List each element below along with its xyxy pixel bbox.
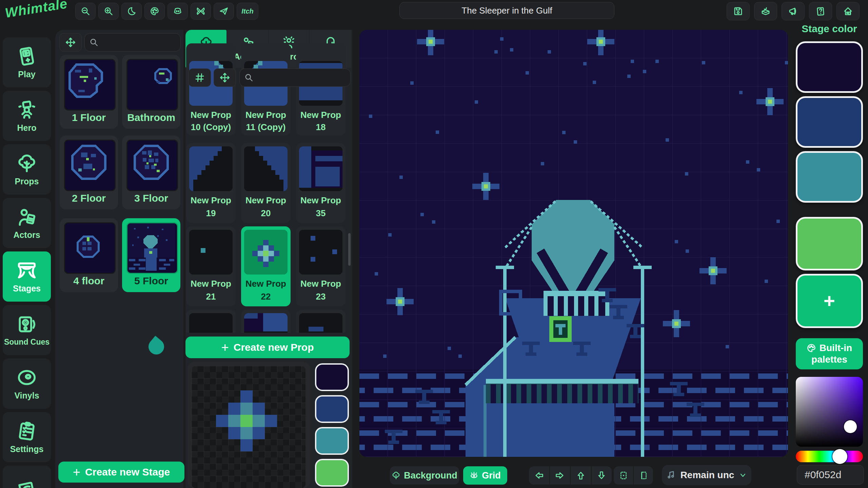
stage-card-1-floor[interactable]: 1 Floor — [60, 55, 118, 129]
props-move-tool-button[interactable] — [214, 68, 236, 87]
prop-name-line1: New Prop — [186, 110, 236, 120]
prop-card-11-copy[interactable]: New Prop 11 (Copy) — [241, 43, 291, 136]
save-button[interactable] — [727, 2, 750, 20]
itch-button[interactable]: Itch — [237, 3, 258, 20]
move-icon — [220, 73, 230, 83]
sidebar-item-whimsy-book[interactable] — [3, 466, 51, 488]
sidebar-item-stages[interactable]: Stages — [3, 251, 51, 302]
share-button[interactable] — [214, 3, 234, 20]
prop-card-35[interactable]: New Prop 35 — [296, 143, 346, 223]
sidebar-item-actors[interactable]: Actors — [3, 198, 51, 248]
stage-thumbnail — [64, 222, 116, 274]
editor-palette-swatch-1[interactable] — [315, 363, 349, 391]
arrow-right-icon — [555, 471, 565, 480]
prop-card-20[interactable]: New Prop 20 — [241, 143, 291, 223]
nudge-left-button[interactable] — [529, 466, 550, 485]
import-button[interactable] — [754, 2, 777, 20]
stage-name: 4 floor — [60, 275, 118, 287]
app-logo[interactable]: Whimtale — [4, 0, 69, 21]
prop-card-19[interactable]: New Prop 19 — [186, 143, 236, 223]
prop-card-23[interactable]: New Prop 23 — [296, 226, 346, 306]
selection-paste-icon — [639, 471, 648, 480]
prop-card-22-selected[interactable]: New Prop 22 — [241, 226, 291, 306]
zoom-in-button[interactable] — [98, 3, 119, 20]
sidebar-item-play[interactable]: Play — [3, 37, 51, 87]
hue-slider[interactable] — [796, 451, 863, 462]
prop-name-line2: 21 — [186, 291, 236, 302]
selection-paste-button[interactable] — [634, 466, 653, 485]
sidebar-item-sound-cues[interactable]: Sound Cues — [3, 305, 51, 355]
palette-button[interactable] — [144, 3, 165, 20]
background-toggle-button[interactable]: Background — [390, 466, 459, 485]
sidebar-item-settings[interactable]: Settings — [3, 412, 51, 462]
stage-card-bathroom[interactable]: Bathroom — [122, 55, 180, 129]
color-picker-cursor[interactable] — [844, 420, 857, 433]
stages-move-tool-button[interactable] — [59, 33, 82, 52]
props-search-input[interactable] — [257, 73, 339, 83]
project-title-input[interactable] — [399, 2, 614, 19]
stage-color-swatch-3[interactable] — [796, 151, 863, 203]
box-arrow-icon — [761, 6, 771, 16]
stage-card-2-floor[interactable]: 2 Floor — [60, 136, 118, 209]
sidebar-item-props[interactable]: Props — [3, 144, 51, 195]
music-select[interactable]: Remain unc — [662, 465, 751, 485]
props-search-box[interactable] — [239, 68, 351, 87]
prop-card-row4-b[interactable] — [241, 310, 291, 333]
selection-button[interactable] — [614, 466, 634, 485]
announcements-button[interactable] — [782, 2, 805, 20]
grid-toggle-button[interactable]: Grid — [463, 466, 507, 485]
nudge-group — [529, 466, 612, 485]
props-grid-toggle-button[interactable] — [189, 68, 211, 87]
nudge-down-button[interactable] — [592, 466, 612, 485]
create-stage-button[interactable]: + Create new Stage — [58, 462, 184, 483]
sidebar-item-vinyls[interactable]: Vinyls — [3, 359, 51, 409]
sidebar-item-hero[interactable]: Hero — [3, 91, 51, 141]
stage-canvas[interactable] — [359, 30, 788, 457]
nudge-right-button[interactable] — [550, 466, 571, 485]
prop-card-10-copy[interactable]: New Prop 10 (Copy) — [186, 43, 236, 136]
grid-label: Grid — [482, 470, 501, 481]
prop-card-row4-a[interactable] — [186, 310, 236, 333]
color-picker-area[interactable] — [796, 377, 863, 447]
editor-palette-swatch-2[interactable] — [315, 395, 349, 423]
stage-card-5-floor[interactable]: 5 Floor — [122, 218, 180, 292]
stage-color-swatch-2[interactable] — [796, 96, 863, 148]
megaphone-icon — [788, 6, 798, 16]
builtin-palettes-button[interactable]: Built-in palettes — [796, 338, 863, 369]
stage-canvas-art — [359, 30, 788, 457]
hue-slider-cursor[interactable] — [832, 449, 847, 464]
stage-card-4-floor[interactable]: 4 floor — [60, 218, 118, 292]
editor-palette-swatch-3[interactable] — [315, 427, 349, 455]
stages-search-box[interactable] — [84, 33, 181, 52]
save-icon — [733, 6, 743, 16]
create-prop-button[interactable]: + Create new Prop — [185, 337, 350, 358]
add-stage-color-button[interactable]: + — [796, 274, 863, 328]
tree-icon — [392, 471, 400, 480]
prop-name-line1: New Prop — [296, 195, 346, 206]
props-scrollbar[interactable] — [348, 233, 351, 266]
prop-name-line2: 11 (Copy) — [241, 122, 291, 133]
prop-thumbnail — [299, 146, 342, 191]
stage-name: Bathroom — [122, 112, 180, 123]
butterfly-button[interactable] — [191, 3, 211, 20]
discord-button[interactable] — [167, 3, 188, 20]
stage-card-3-floor[interactable]: 3 Floor — [122, 136, 180, 209]
dark-mode-button[interactable] — [121, 3, 142, 20]
hex-color-input[interactable]: #0f052d — [797, 465, 864, 485]
home-button[interactable] — [836, 2, 860, 20]
zoom-out-button[interactable] — [75, 3, 96, 20]
editor-palette-swatch-4[interactable] — [315, 459, 349, 487]
help-button[interactable] — [809, 2, 832, 20]
moon-icon — [127, 6, 136, 16]
prop-card-21[interactable]: New Prop 21 — [186, 226, 236, 306]
stage-color-swatch-1[interactable] — [796, 41, 863, 93]
prop-card-18[interactable]: New Prop 18 — [296, 43, 346, 136]
stage-color-swatch-4[interactable] — [796, 217, 863, 270]
book-icon — [14, 478, 39, 488]
hero-icon — [16, 99, 37, 120]
prop-card-row4-c[interactable] — [296, 310, 346, 333]
stages-search-input[interactable] — [102, 37, 171, 47]
pixel-editor-art — [192, 366, 305, 488]
nudge-up-button[interactable] — [571, 466, 592, 485]
pixel-editor-canvas[interactable] — [192, 366, 305, 488]
